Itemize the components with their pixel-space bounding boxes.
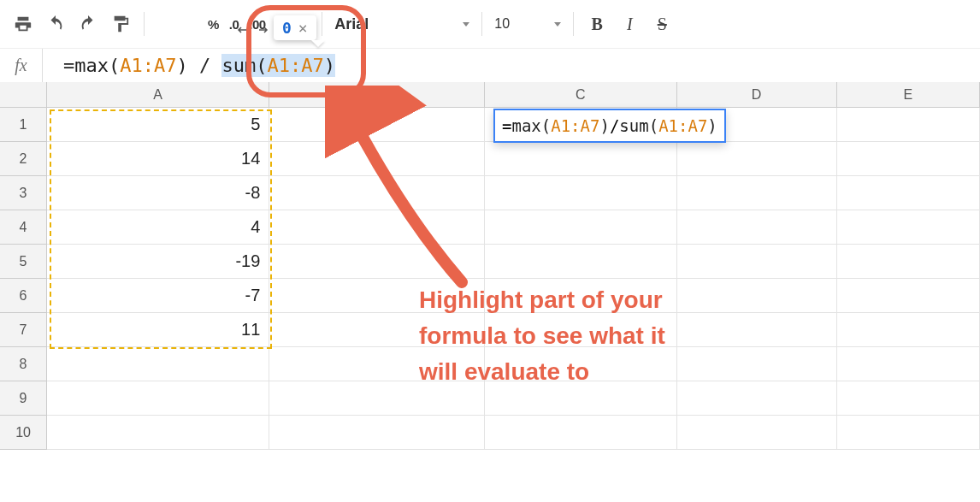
redo-icon[interactable] xyxy=(74,10,102,38)
chevron-down-icon xyxy=(554,22,561,27)
toolbar-separator xyxy=(144,12,145,36)
row-header[interactable]: 3 xyxy=(0,176,47,210)
print-icon[interactable] xyxy=(9,10,37,38)
cell[interactable] xyxy=(47,381,269,416)
cell[interactable] xyxy=(47,347,269,381)
cell-formula-fn-max: max xyxy=(511,116,540,135)
active-cell-c1[interactable]: =max(A1:A7) / sum(A1:A7) xyxy=(493,109,726,143)
cell[interactable] xyxy=(837,416,980,450)
column-header-a[interactable]: A xyxy=(47,82,269,107)
close-icon[interactable]: × xyxy=(298,19,308,37)
cell[interactable] xyxy=(269,245,485,279)
cell-formula-range-1: A1:A7 xyxy=(551,116,599,135)
chevron-down-icon xyxy=(463,22,469,27)
cell-formula-paren: ) xyxy=(707,116,717,135)
decrease-decimal-button[interactable]: .0 xyxy=(224,17,245,32)
cell[interactable] xyxy=(677,381,837,416)
cell[interactable] xyxy=(47,416,269,450)
cell-a7[interactable]: 11 xyxy=(47,313,269,347)
row-header[interactable]: 8 xyxy=(0,347,47,381)
cell-a2[interactable]: 14 xyxy=(47,142,269,176)
toolbar-separator xyxy=(481,12,482,36)
select-all-corner[interactable] xyxy=(0,82,47,107)
cell[interactable] xyxy=(485,416,676,450)
italic-button[interactable]: I xyxy=(616,10,643,38)
formula-eval-tooltip: 0 × xyxy=(274,15,316,40)
cell[interactable] xyxy=(837,210,980,245)
cell[interactable] xyxy=(837,279,980,313)
cell[interactable] xyxy=(485,210,676,245)
cell[interactable] xyxy=(677,416,837,450)
column-header-c[interactable]: C xyxy=(485,82,676,107)
column-header-e[interactable]: E xyxy=(837,82,980,107)
annotation-text: Highlight part of your formula to see wh… xyxy=(419,282,665,390)
undo-icon[interactable] xyxy=(42,10,69,38)
cell[interactable] xyxy=(837,142,980,176)
cell-formula-divide: / xyxy=(610,116,619,135)
cell[interactable] xyxy=(269,108,485,142)
formula-input[interactable]: =max(A1:A7) / sum(A1:A7) xyxy=(43,55,980,76)
cell[interactable] xyxy=(677,176,837,210)
cell-a6[interactable]: -7 xyxy=(47,279,269,313)
row-header[interactable]: 5 xyxy=(0,245,47,279)
eval-value: 0 xyxy=(282,19,292,37)
column-headers: A B C D E xyxy=(0,82,980,108)
toolbar-separator xyxy=(322,12,322,36)
percent-format-button[interactable]: % xyxy=(203,17,224,32)
font-size-dropdown[interactable]: 10 xyxy=(489,16,566,32)
row-header[interactable]: 1 xyxy=(0,108,47,142)
cell-formula-paren: ( xyxy=(541,116,551,135)
bold-button[interactable]: B xyxy=(583,10,611,38)
cell[interactable] xyxy=(677,210,837,245)
cell[interactable] xyxy=(269,176,485,210)
row-header[interactable]: 7 xyxy=(0,313,47,347)
formula-range-1: A1:A7 xyxy=(120,55,176,76)
formula-fn-sum: sum xyxy=(221,55,256,76)
cell[interactable] xyxy=(485,176,676,210)
fx-label: fx xyxy=(0,49,43,82)
cell[interactable] xyxy=(837,108,980,142)
font-name-dropdown[interactable]: Arial xyxy=(329,15,475,33)
toolbar: % .0 .00 123 Arial 10 B I S xyxy=(0,0,980,48)
column-header-d[interactable]: D xyxy=(677,82,837,107)
cell[interactable] xyxy=(269,210,485,245)
toolbar-separator xyxy=(573,12,574,36)
formula-divide: / xyxy=(188,55,222,76)
row-header[interactable]: 4 xyxy=(0,210,47,245)
cell[interactable] xyxy=(677,142,837,176)
cell[interactable] xyxy=(837,176,980,210)
formula-paren-close: ) xyxy=(176,55,187,76)
cell[interactable] xyxy=(677,347,837,381)
font-name-label: Arial xyxy=(334,15,369,33)
cell-formula-eq: = xyxy=(502,116,511,135)
cell[interactable] xyxy=(485,142,676,176)
cell[interactable] xyxy=(485,245,676,279)
increase-decimal-button[interactable]: .00 xyxy=(244,17,270,32)
cell[interactable] xyxy=(837,381,980,416)
formula-eq: = xyxy=(63,55,74,76)
row-header[interactable]: 6 xyxy=(0,279,47,313)
row-header[interactable]: 10 xyxy=(0,416,47,450)
strikethrough-button[interactable]: S xyxy=(648,10,676,38)
cell[interactable] xyxy=(837,347,980,381)
cell[interactable] xyxy=(677,313,837,347)
cell[interactable] xyxy=(269,416,485,450)
row-header[interactable]: 2 xyxy=(0,142,47,176)
cell-a5[interactable]: -19 xyxy=(47,245,269,279)
formula-paren-open: ( xyxy=(109,55,120,76)
cell[interactable] xyxy=(837,245,980,279)
cell[interactable] xyxy=(837,313,980,347)
cell-formula-paren: ( xyxy=(649,116,658,135)
cell[interactable] xyxy=(677,279,837,313)
row-header[interactable]: 9 xyxy=(0,381,47,416)
column-header-b[interactable]: B xyxy=(269,82,485,107)
cell-a3[interactable]: -8 xyxy=(47,176,269,210)
formula-fn-max: max xyxy=(74,55,109,76)
paint-format-icon[interactable] xyxy=(107,10,134,38)
cell-a4[interactable]: 4 xyxy=(47,210,269,245)
cell-a1[interactable]: 5 xyxy=(47,108,269,142)
cell[interactable] xyxy=(677,245,837,279)
cell[interactable] xyxy=(269,142,485,176)
grid-rows: 15 214 3-8 44 5-19 6-7 711 8 9 10 xyxy=(0,108,980,450)
cell-formula-fn-sum: sum xyxy=(619,116,648,135)
